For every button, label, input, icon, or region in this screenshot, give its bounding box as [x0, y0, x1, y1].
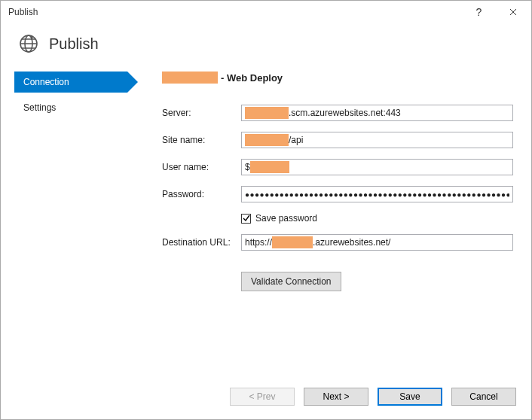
save-password-label: Save password [255, 213, 317, 224]
page-title: Publish [49, 35, 99, 53]
site-value: /api [289, 135, 303, 145]
dest-label: Destination URL: [162, 237, 241, 248]
next-button[interactable]: Next > [304, 388, 368, 406]
user-label: User name: [162, 162, 241, 172]
prev-button: < Prev [230, 388, 295, 406]
titlebar: Publish ? [1, 1, 531, 23]
footer: < Prev Next > Save Cancel [1, 377, 531, 419]
cancel-button[interactable]: Cancel [451, 388, 516, 406]
sidebar-item-label: Settings [23, 102, 56, 113]
sidebar-item-connection[interactable]: Connection [14, 72, 127, 93]
validate-label: Validate Connection [251, 276, 332, 287]
check-icon [243, 215, 250, 222]
server-label: Server: [162, 108, 241, 118]
redacted-text [245, 107, 289, 119]
publish-dialog: Publish ? Publish Connection Settings [0, 0, 532, 420]
save-button[interactable]: Save [378, 388, 442, 406]
close-button[interactable] [496, 1, 530, 23]
password-masked: ●●●●●●●●●●●●●●●●●●●●●●●●●●●●●●●●●●●●●●●●… [245, 190, 509, 199]
sidebar: Connection Settings [14, 72, 127, 377]
password-input[interactable]: ●●●●●●●●●●●●●●●●●●●●●●●●●●●●●●●●●●●●●●●●… [241, 186, 513, 202]
server-input[interactable]: .scm.azurewebsites.net:443 [241, 105, 513, 121]
profile-heading: - Web Deploy [162, 72, 513, 84]
help-button[interactable]: ? [462, 1, 496, 23]
profile-suffix: - Web Deploy [221, 72, 283, 84]
main-panel: - Web Deploy Server: .scm.azurewebsites.… [127, 72, 518, 377]
sidebar-item-settings[interactable]: Settings [14, 97, 127, 118]
dest-input[interactable]: https:// .azurewebsites.net/ [241, 234, 513, 251]
user-prefix: $ [245, 162, 250, 172]
save-password-checkbox[interactable] [241, 214, 251, 224]
window-title: Publish [8, 7, 38, 17]
password-label: Password: [162, 189, 241, 199]
validate-connection-button[interactable]: Validate Connection [241, 272, 341, 291]
redacted-text [162, 72, 218, 84]
site-label: Site name: [162, 135, 241, 145]
user-input[interactable]: $ [241, 159, 513, 175]
globe-icon [19, 34, 38, 53]
sidebar-item-label: Connection [23, 77, 69, 87]
server-value: .scm.azurewebsites.net:443 [289, 108, 401, 118]
dest-suffix: .azurewebsites.net/ [313, 237, 390, 248]
redacted-text [250, 161, 289, 173]
redacted-text [245, 134, 289, 146]
dest-prefix: https:// [245, 237, 272, 248]
redacted-text [272, 236, 313, 248]
site-input[interactable]: /api [241, 132, 513, 148]
close-icon [509, 8, 517, 16]
header: Publish [1, 23, 531, 64]
